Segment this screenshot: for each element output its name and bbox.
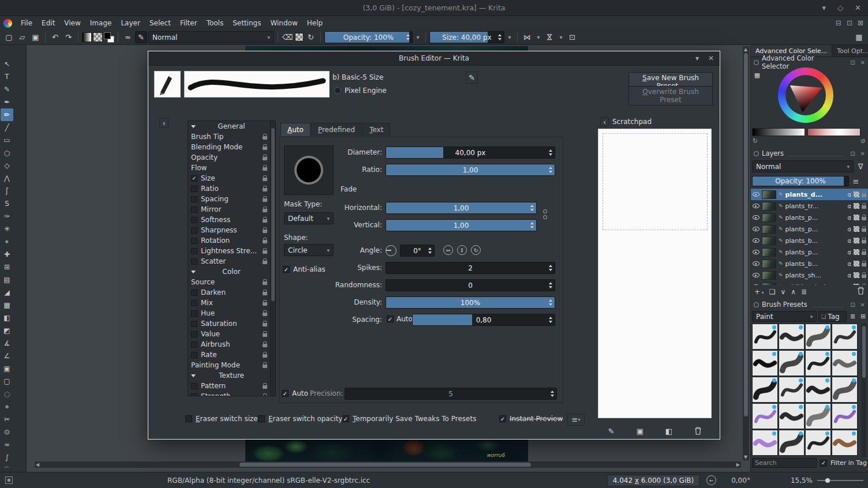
angle-spinbox[interactable]: 0°	[400, 245, 435, 257]
layer-visibility-icon[interactable]	[753, 192, 760, 197]
preset-scrollbar[interactable]	[862, 324, 866, 457]
color-wheel[interactable]	[778, 67, 833, 123]
dialog-titlebar[interactable]: Brush Editor — Krita ▾ ✕	[148, 51, 720, 66]
save-document-icon[interactable]: ▣	[29, 31, 42, 43]
option-lock-icon[interactable]	[263, 344, 267, 347]
preset-icon-thumbnail[interactable]	[154, 71, 181, 97]
layer-row[interactable]: ✎plants_b...α	[751, 235, 868, 246]
tool-rectangle[interactable]: ▭	[1, 134, 13, 147]
instant-preview-option[interactable]: ✓ Instant Preview	[499, 415, 563, 423]
brush-preset[interactable]	[752, 350, 778, 376]
close-icon[interactable]: ✕	[855, 3, 861, 12]
option-checkbox[interactable]	[191, 383, 197, 389]
minimize-icon[interactable]: ▾	[822, 3, 826, 12]
dialog-minimize-icon[interactable]: ▾	[695, 54, 699, 62]
brush-preset[interactable]	[832, 403, 858, 429]
option-checkbox[interactable]	[191, 196, 197, 202]
canvas-horizontal-scrollbar[interactable]: ◀ ▶	[35, 461, 741, 468]
brush-preset[interactable]	[752, 324, 778, 350]
tab-tool-options[interactable]: Tool Opt...	[832, 45, 868, 57]
menu-help[interactable]: Help	[302, 16, 327, 30]
layer-properties-button[interactable]: ≣	[801, 288, 807, 296]
option-checkbox[interactable]	[191, 258, 197, 265]
option-lock-icon[interactable]	[263, 178, 267, 181]
option-checkbox[interactable]	[191, 331, 197, 337]
flip-horizontal-icon[interactable]: ↔	[443, 245, 453, 255]
spacing-auto-checkbox[interactable]: ✓	[387, 316, 394, 322]
layer-visibility-icon[interactable]	[753, 261, 760, 266]
mirror-vertical-dropdown-icon[interactable]: ▾	[557, 31, 565, 43]
tag-button[interactable]: ❏ Tag	[818, 311, 847, 322]
delete-layer-button[interactable]	[857, 287, 865, 296]
brush-preset[interactable]	[832, 377, 858, 403]
spacing-slider[interactable]: 0,80	[412, 314, 555, 326]
option-lock-icon[interactable]	[263, 323, 267, 326]
scrollbar-thumb[interactable]	[271, 128, 275, 301]
reload-preset-icon[interactable]: ↻	[305, 31, 317, 43]
brush-preset[interactable]	[832, 350, 858, 376]
scroll-left-icon[interactable]: ◀	[36, 461, 39, 468]
mirror-vertical-icon[interactable]: ⋈	[544, 31, 556, 43]
close-docker-icon[interactable]: ✕	[860, 302, 865, 308]
rotate-icon[interactable]: ↻	[471, 245, 481, 255]
brush-preset[interactable]	[832, 430, 858, 456]
filter-in-tag-checkbox[interactable]: ✓	[820, 460, 827, 467]
option-lock-icon[interactable]	[263, 157, 267, 160]
layer-visibility-icon[interactable]	[753, 284, 760, 285]
mdi-minimize-icon[interactable]: ⊟	[836, 19, 841, 27]
brush-preset[interactable]	[779, 350, 805, 376]
brush-option-airbrush[interactable]: Airbrush	[188, 339, 275, 350]
density-slider[interactable]: 100%	[386, 296, 555, 309]
maximize-icon[interactable]: ◇	[837, 3, 843, 12]
option-lock-icon[interactable]	[263, 250, 267, 254]
brush-preset[interactable]	[805, 403, 831, 429]
tab-predefined[interactable]: Predefined	[311, 123, 362, 136]
brush-option-ratio[interactable]: Ratio	[188, 183, 275, 194]
trim-canvas-icon[interactable]: ⊡	[566, 31, 578, 43]
overwrite-preset-button[interactable]: Overwrite Brush Preset	[628, 86, 713, 106]
layer-lock-icon[interactable]	[862, 194, 866, 197]
option-lock-icon[interactable]	[263, 385, 267, 389]
menu-file[interactable]: File	[16, 16, 37, 30]
brush-option-strength[interactable]: Strength	[188, 391, 275, 396]
spinner[interactable]	[547, 280, 553, 291]
layer-visibility-icon[interactable]	[753, 238, 760, 243]
option-checkbox[interactable]	[191, 310, 197, 317]
angle-dial[interactable]	[386, 245, 396, 256]
alpha-lock-icon[interactable]	[854, 284, 859, 285]
search-input[interactable]	[752, 458, 817, 468]
checkbox[interactable]: ✓	[499, 415, 506, 422]
tool-calligraphy[interactable]: ✒	[1, 96, 13, 108]
brush-preset[interactable]	[779, 324, 805, 350]
tool-freehand-brush[interactable]: ✏	[1, 108, 13, 121]
option-checkbox[interactable]	[191, 290, 197, 296]
dialog-menu-button[interactable]: ≡▾	[567, 414, 585, 426]
foreground-background-colors[interactable]	[104, 32, 114, 43]
close-docker-icon[interactable]: ✕	[860, 59, 865, 66]
layer-blending-mode-combo[interactable]: Normal ▾	[752, 160, 854, 172]
preset-grid-view-icon[interactable]: ⊞	[859, 311, 867, 321]
alpha-lock-icon[interactable]	[854, 226, 859, 232]
layer-lock-icon[interactable]	[862, 217, 866, 220]
alpha-lock-icon[interactable]	[854, 215, 859, 220]
brush-preset[interactable]	[805, 430, 831, 456]
refresh-colors-icon[interactable]: ↻	[753, 137, 758, 145]
value-gradient-strip[interactable]	[752, 128, 805, 136]
spinner[interactable]	[426, 245, 433, 256]
option-lock-icon[interactable]	[263, 209, 267, 212]
tool-freehand-path[interactable]: S	[1, 197, 13, 210]
brush-preset[interactable]	[832, 324, 858, 350]
new-document-icon[interactable]: ▢	[3, 31, 15, 43]
tool-reference-images[interactable]: ▣	[1, 362, 13, 375]
canvas-artwork-bottom[interactable]: worru6	[245, 440, 528, 461]
layer-lock-icon[interactable]	[862, 263, 866, 266]
alpha-lock-icon[interactable]	[854, 261, 859, 266]
blending-mode-combo[interactable]: Normal ▾	[148, 31, 274, 43]
layer-row[interactable]: ✎plants_p...α	[751, 223, 868, 235]
fade-link-button[interactable]	[541, 208, 549, 227]
layer-options-menu-icon[interactable]: ≡	[851, 176, 861, 186]
window-titlebar[interactable]: (3,0 GiB) - [cozy_tenement.kra] — Krita …	[0, 0, 868, 16]
redo-icon[interactable]: ↷	[62, 31, 74, 43]
size-dropdown-icon[interactable]: ▾	[506, 31, 514, 43]
spikes-slider[interactable]: 2	[386, 262, 555, 274]
